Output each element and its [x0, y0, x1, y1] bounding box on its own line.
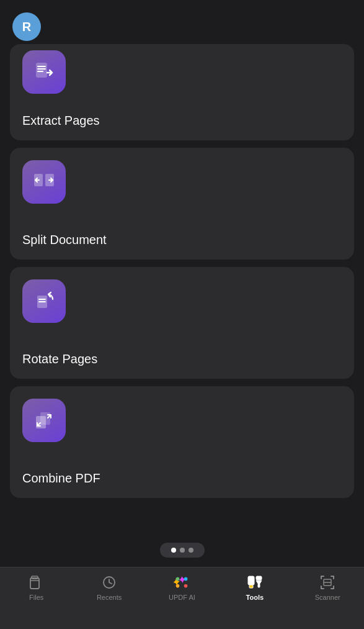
tool-card-combine-pdf[interactable]: Combine PDF	[10, 386, 354, 498]
tab-files[interactable]: Files	[18, 574, 55, 601]
svg-rect-21	[258, 584, 260, 587]
svg-rect-20	[256, 576, 262, 580]
tab-files-label: Files	[29, 594, 43, 601]
scanner-icon	[319, 574, 336, 591]
tool-card-split-document[interactable]: Split Document	[10, 148, 354, 260]
dot-1[interactable]	[171, 548, 176, 553]
svg-rect-11	[30, 578, 39, 589]
svg-rect-0	[36, 63, 47, 78]
dot-2[interactable]	[180, 548, 185, 553]
combine-pdf-label: Combine PDF	[22, 471, 342, 486]
tab-bar: Files Recents UPDF AI	[0, 567, 364, 629]
tab-updf-ai-label: UPDF AI	[169, 594, 195, 601]
tab-tools[interactable]: Tools	[236, 574, 273, 601]
files-icon	[28, 574, 45, 591]
dot-3[interactable]	[189, 548, 193, 553]
rotate-pages-icon	[22, 279, 66, 323]
combine-pdf-icon	[22, 399, 66, 442]
split-document-label: Split Document	[22, 233, 342, 247]
tab-scanner[interactable]: Scanner	[309, 574, 346, 601]
svg-rect-18	[248, 576, 254, 585]
tab-recents-label: Recents	[97, 594, 122, 601]
updf-ai-icon	[173, 574, 190, 591]
tool-card-rotate-pages[interactable]: Rotate Pages	[10, 267, 354, 379]
tab-scanner-label: Scanner	[315, 594, 340, 601]
tool-list: Extract Pages Split Document	[0, 34, 364, 561]
svg-rect-19	[249, 585, 253, 588]
svg-point-15	[176, 577, 180, 581]
tab-updf-ai[interactable]: UPDF AI	[163, 574, 200, 601]
rotate-pages-label: Rotate Pages	[22, 352, 342, 366]
svg-point-14	[184, 577, 188, 581]
tools-icon	[246, 574, 264, 591]
tab-recents[interactable]: Recents	[91, 574, 128, 601]
page-dots	[160, 543, 205, 558]
svg-point-16	[184, 584, 188, 588]
avatar-letter: R	[22, 20, 31, 34]
avatar[interactable]: R	[12, 12, 41, 41]
extract-pages-label: Extract Pages	[22, 114, 342, 128]
extract-pages-icon	[22, 50, 66, 94]
split-document-icon	[22, 160, 66, 204]
tool-card-extract-pages[interactable]: Extract Pages	[10, 44, 354, 140]
svg-point-17	[176, 584, 180, 588]
recents-icon	[100, 574, 118, 591]
svg-rect-12	[32, 576, 38, 579]
tab-tools-label: Tools	[246, 594, 264, 601]
